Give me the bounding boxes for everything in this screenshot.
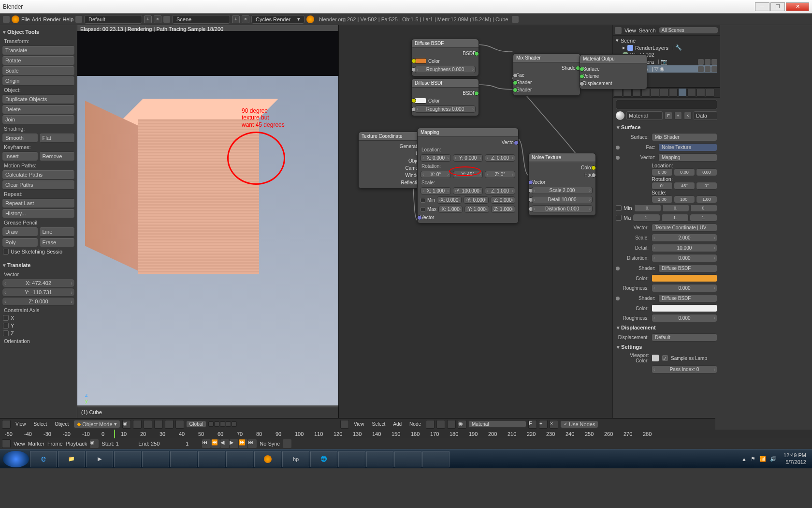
constraint-z-checkbox[interactable] (3, 330, 9, 336)
clear-paths-button[interactable]: Clear Paths (2, 180, 75, 190)
minimize-button[interactable]: ─ (755, 2, 769, 11)
task-app3[interactable] (170, 451, 197, 467)
tab-modifiers[interactable] (660, 88, 668, 97)
task-blender[interactable] (254, 451, 281, 467)
3d-viewport[interactable]: Elapsed: 00:23.13 | Rendering | Path Tra… (77, 25, 338, 418)
noise-distortion-field[interactable]: Distortion 0.000 (532, 205, 593, 212)
flat-button[interactable]: Flat (39, 133, 75, 143)
menu-render[interactable]: Render (43, 16, 60, 22)
start-frame-field[interactable]: Start: 1 (102, 441, 135, 447)
material-add-button[interactable]: + (674, 112, 682, 120)
viewport-shading-icon[interactable]: ◉ (122, 420, 131, 429)
timeline-editor-icon[interactable] (2, 439, 11, 448)
scene-dropdown[interactable]: Scene (172, 15, 230, 24)
task-chrome[interactable]: 🌐 (310, 451, 337, 467)
taskbar-clock[interactable]: 12:49 PM 5/7/2012 (781, 452, 809, 465)
menu-file[interactable]: File (21, 16, 30, 22)
translate-y-field[interactable]: Y: -110.731 (2, 288, 75, 297)
timeline-ruler[interactable]: -50-40-30-20-100102030405060708090100110… (0, 430, 812, 438)
manip-rotate-icon[interactable] (165, 420, 174, 429)
end-frame-field[interactable]: End: 250 (138, 441, 172, 447)
mapping-max-checkbox[interactable] (420, 207, 425, 212)
shader1-dropdown[interactable]: Diffuse BSDF (658, 264, 717, 272)
prop-max-checkbox[interactable] (616, 215, 622, 221)
task-app5[interactable] (226, 451, 253, 467)
play-reverse-icon[interactable]: ◀ (220, 439, 229, 448)
mapping-min-checkbox[interactable] (420, 198, 425, 203)
task-app9[interactable] (422, 451, 450, 467)
task-app4[interactable] (198, 451, 225, 467)
task-app1[interactable] (114, 451, 141, 467)
history-button[interactable]: History... (2, 209, 75, 218)
diffuse1-color-swatch[interactable] (415, 58, 426, 64)
vector-dropdown[interactable]: Mapping (658, 153, 717, 162)
viewport-color-swatch[interactable] (652, 354, 659, 362)
noise-detail-prop[interactable]: 10.000 (652, 244, 717, 252)
scene-del-button[interactable]: × (242, 15, 249, 23)
prop-rot-x[interactable]: 0° (652, 182, 673, 190)
outliner-filter-dropdown[interactable]: All Scenes (659, 27, 718, 33)
task-app8[interactable] (394, 451, 421, 467)
diffuse2-roughness-field[interactable]: Roughness 0.000 (415, 105, 476, 113)
sync-dropdown[interactable]: No Sync (260, 441, 280, 447)
render-engine-dropdown[interactable]: Cycles Render▾ (251, 15, 304, 24)
shader1-roughness[interactable]: 0.000 (652, 284, 717, 292)
material-slot[interactable] (616, 100, 717, 109)
insert-keyframe-button[interactable]: Insert (2, 151, 38, 161)
jump-end-icon[interactable]: ⏭ (248, 439, 257, 448)
material-del-button[interactable]: × (684, 112, 692, 120)
prop-scale-x[interactable]: 1.00 (652, 195, 673, 203)
mapping-scale-y[interactable]: Y: 100.000 (453, 187, 483, 194)
scene-browse-icon[interactable] (163, 16, 170, 23)
play-icon[interactable]: ▶ (230, 439, 238, 448)
grease-erase-button[interactable]: Erase (39, 238, 75, 247)
constraint-y-checkbox[interactable] (3, 323, 9, 329)
timeline-menu-playback[interactable]: Playback (66, 441, 87, 447)
sketching-checkbox[interactable] (3, 249, 9, 254)
delete-button[interactable]: Delete (2, 105, 75, 114)
shader2-dropdown[interactable]: Diffuse BSDF (658, 294, 717, 302)
keyframe-next-icon[interactable]: ⏩ (239, 439, 247, 448)
mapping-rot-z[interactable]: Z: 0° (485, 171, 515, 178)
tab-material[interactable] (678, 88, 687, 97)
node-noise-texture[interactable]: Noise Texture Color Fac Vector Scale 2.0… (528, 153, 596, 216)
orientation-dropdown[interactable]: Global (186, 420, 207, 428)
node-menu-node[interactable]: Node (406, 420, 424, 428)
tray-flag-icon[interactable]: ⚑ (751, 456, 755, 462)
sample-lamp-checkbox[interactable]: ✓ (662, 355, 668, 361)
settings-panel-header[interactable]: Settings (616, 343, 717, 352)
tree-type-compositor-icon[interactable] (436, 420, 445, 429)
view3d-menu-view[interactable]: View (13, 420, 29, 428)
pivot-icon[interactable] (133, 420, 142, 429)
use-nodes-checkbox[interactable]: ✓ Use Nodes (560, 420, 598, 428)
menu-help[interactable]: Help (62, 16, 73, 22)
node-material-field[interactable]: Material (468, 420, 526, 428)
node-material-output[interactable]: Material Outpu Surface Volume Displaceme… (580, 54, 647, 90)
tab-data[interactable] (669, 88, 678, 97)
layout-browse-icon[interactable] (75, 16, 82, 23)
manip-translate-icon[interactable] (154, 420, 163, 429)
node-menu-view[interactable]: View (351, 420, 367, 428)
task-media[interactable]: ▶ (86, 451, 113, 467)
node-menu-add[interactable]: Add (390, 420, 405, 428)
texcoord-dropdown[interactable]: Texture Coordinate | UV (652, 224, 717, 232)
auto-keyframe-icon[interactable]: ◉ (90, 439, 99, 448)
node-mix-shader[interactable]: Mix Shader Shader Fac Shader Shader (513, 53, 580, 96)
tab-physics[interactable] (706, 88, 714, 97)
mode-dropdown[interactable]: ◆Object Mode▾ (73, 420, 120, 428)
shader2-color-swatch[interactable] (652, 304, 717, 312)
task-ie[interactable]: e (30, 451, 57, 467)
smooth-button[interactable]: Smooth (2, 133, 38, 143)
tree-type-shader-icon[interactable] (426, 420, 435, 429)
diffuse2-color-swatch[interactable] (415, 98, 426, 104)
node-editor-icon[interactable] (340, 420, 349, 429)
manip-scale-icon[interactable] (175, 420, 184, 429)
noise-distortion-prop[interactable]: 0.000 (652, 254, 717, 262)
editor-type-icon[interactable] (3, 16, 10, 23)
remove-keyframe-button[interactable]: Remove (39, 151, 75, 161)
material-f-button[interactable]: F (665, 112, 672, 120)
noise-detail-field[interactable]: Detail 10.000 (532, 196, 593, 203)
close-button[interactable]: ✕ (786, 2, 809, 11)
mapping-loc-z[interactable]: Z: 0.000 (485, 154, 515, 162)
noise-scale-prop[interactable]: 2.000 (652, 234, 717, 242)
